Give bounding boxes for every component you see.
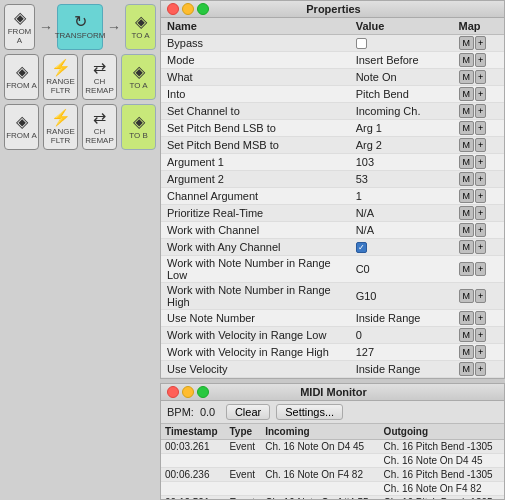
patch-block-ch-remap-2[interactable]: ⇄ CH REMAP [82,104,117,150]
map-button[interactable]: M [459,172,475,186]
patch-block-from-a-2[interactable]: ◈ FROM A [4,54,39,100]
properties-panel: Properties Name Value Map BypassM+ModeIn… [160,0,505,379]
col-header-name: Name [161,18,350,35]
property-row: Work with Velocity in Range High127M+ [161,344,504,361]
patch-block-range-fltr[interactable]: ⚡ RANGE FLTR [43,54,78,100]
patch-block-ch-remap-1[interactable]: ⇄ CH REMAP [82,54,117,100]
map-plus-button[interactable]: + [475,121,486,135]
maximize-button[interactable] [197,3,209,15]
property-row: ModeInsert BeforeM+ [161,52,504,69]
property-name: Argument 1 [161,154,350,171]
midi-cell-outgoing: Ch. 16 Note On D4 45 [380,454,504,468]
patch-block-from-a-3[interactable]: ◈ FROM A [4,104,39,150]
property-checkbox[interactable]: ✓ [356,242,367,253]
map-button[interactable]: M [459,262,475,276]
midi-cell-timestamp [161,482,225,496]
midi-cell-type: Event [225,440,261,454]
property-value[interactable]: ✓ [350,239,453,256]
map-plus-button[interactable]: + [475,70,486,84]
property-map-cell: M+ [453,120,504,137]
property-value: N/A [350,205,453,222]
property-checkbox[interactable] [356,38,367,49]
map-button[interactable]: M [459,70,475,84]
property-map-cell: M+ [453,52,504,69]
property-map-cell: M+ [453,188,504,205]
map-button[interactable]: M [459,36,475,50]
property-value: Arg 2 [350,137,453,154]
map-button[interactable]: M [459,223,475,237]
map-plus-button[interactable]: + [475,189,486,203]
map-plus-button[interactable]: + [475,345,486,359]
property-value: Incoming Ch. [350,103,453,120]
property-value: Inside Range [350,310,453,327]
patch-block-to-b[interactable]: ◈ TO B [121,104,156,150]
minimize-button-midi[interactable] [182,386,194,398]
map-button[interactable]: M [459,206,475,220]
close-button[interactable] [167,3,179,15]
map-plus-button[interactable]: + [475,223,486,237]
midi-cell-type: Event [225,468,261,482]
midi-cell-incoming: Ch. 16 Note On A#4 55 [261,496,379,500]
property-row: Work with ChannelN/AM+ [161,222,504,239]
patch-block-range-fltr-2[interactable]: ⚡ RANGE FLTR [43,104,78,150]
patch-block-to-a-1[interactable]: ◈ TO A [125,4,156,50]
map-button[interactable]: M [459,311,475,325]
map-plus-button[interactable]: + [475,206,486,220]
minimize-button[interactable] [182,3,194,15]
map-button[interactable]: M [459,345,475,359]
midi-cell-timestamp [161,454,225,468]
patch-row-2: ◈ FROM A ⚡ RANGE FLTR ⇄ CH REMAP ◈ TO A [4,54,156,100]
map-button[interactable]: M [459,104,475,118]
window-controls [167,3,209,15]
map-plus-button[interactable]: + [475,138,486,152]
properties-title: Properties [306,3,360,15]
midi-col-timestamp: Timestamp [161,424,225,440]
node-icon: ◈ [16,114,28,130]
property-value: C0 [350,256,453,283]
close-button-midi[interactable] [167,386,179,398]
patch-block-to-a-2[interactable]: ◈ TO A [121,54,156,100]
map-button[interactable]: M [459,155,475,169]
map-button[interactable]: M [459,121,475,135]
map-plus-button[interactable]: + [475,262,486,276]
patch-row-1: ◈ FROM A → ↻ TRANSFORM → ◈ TO A [4,4,156,50]
settings-button[interactable]: Settings... [276,404,343,420]
map-button[interactable]: M [459,240,475,254]
midi-col-incoming: Incoming [261,424,379,440]
map-button[interactable]: M [459,138,475,152]
patch-block-from-a-1[interactable]: ◈ FROM A [4,4,35,50]
map-plus-button[interactable]: + [475,36,486,50]
map-plus-button[interactable]: + [475,240,486,254]
maximize-button-midi[interactable] [197,386,209,398]
property-value[interactable] [350,35,453,52]
property-name: Work with Channel [161,222,350,239]
patch-label: TO A [131,31,149,40]
map-button[interactable]: M [459,53,475,67]
map-plus-button[interactable]: + [475,328,486,342]
map-button[interactable]: M [459,289,475,303]
map-button[interactable]: M [459,87,475,101]
midi-scroll-area[interactable]: Timestamp Type Incoming Outgoing 00:03.2… [161,424,504,499]
midi-row: 00:12.521EventCh. 16 Note On A#4 55Ch. 1… [161,496,504,500]
map-button[interactable]: M [459,189,475,203]
map-plus-button[interactable]: + [475,362,486,376]
clear-button[interactable]: Clear [226,404,270,420]
patch-block-transform[interactable]: ↻ TRANSFORM [57,4,103,50]
map-plus-button[interactable]: + [475,53,486,67]
patch-label: TRANSFORM [55,31,106,40]
map-plus-button[interactable]: + [475,104,486,118]
map-button[interactable]: M [459,362,475,376]
map-plus-button[interactable]: + [475,289,486,303]
property-value: G10 [350,283,453,310]
map-plus-button[interactable]: + [475,87,486,101]
map-button[interactable]: M [459,328,475,342]
midi-cell-type: Event [225,496,261,500]
patch-label: FROM A [6,131,37,140]
map-plus-button[interactable]: + [475,311,486,325]
map-plus-button[interactable]: + [475,155,486,169]
bpm-value: 0.0 [200,406,220,418]
patch-label: CH REMAP [83,127,116,145]
map-plus-button[interactable]: + [475,172,486,186]
midi-monitor-panel: MIDI Monitor BPM: 0.0 Clear Settings... … [160,383,505,500]
left-panel: ◈ FROM A → ↻ TRANSFORM → ◈ TO A ◈ FROM A… [0,0,160,500]
